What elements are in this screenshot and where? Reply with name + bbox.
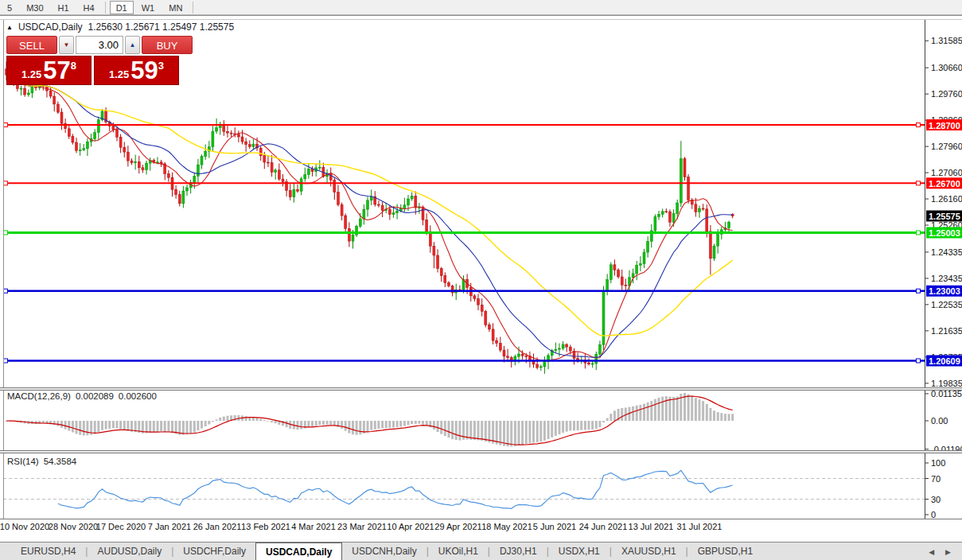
date-axis-label: 10 Apr 2021 — [387, 522, 434, 531]
date-axis-label: 18 May 2021 — [481, 522, 532, 531]
chart-tab-usdx[interactable]: USDX,H1 — [549, 542, 610, 560]
chart-tab-dj30[interactable]: DJ30,H1 — [490, 542, 547, 560]
tab-navigation: ◀▶ — [929, 542, 962, 560]
level-axis-label: 1.28700 — [929, 121, 960, 130]
rsi-axis-label: 70 — [931, 474, 941, 484]
level-endpoint-marker — [4, 123, 8, 127]
toolbar-separator — [105, 2, 106, 14]
sell-button[interactable]: SELL — [6, 36, 57, 54]
timeframe-button-MN[interactable]: MN — [162, 1, 189, 14]
chart-tab-usdcad[interactable]: USDCAD,Daily — [255, 542, 342, 560]
price-axis-label: 1.29760 — [931, 89, 962, 99]
price-axis-label: 1.26160 — [931, 194, 962, 204]
buy-price-main: 59 — [130, 59, 158, 83]
chart-tab-ukoil[interactable]: UKOil,H1 — [429, 542, 488, 560]
chart-symbol-period: USDCAD,Daily — [18, 21, 83, 33]
volume-input[interactable] — [76, 36, 123, 54]
price-axis-label: 1.23435 — [931, 274, 962, 283]
sell-price-display[interactable]: 1.25 57 8 — [6, 56, 92, 85]
level-endpoint-marker — [917, 181, 921, 185]
date-axis-label: 13 Feb 2021 — [241, 522, 290, 531]
timeframe-button-5[interactable]: 5 — [1, 1, 18, 14]
macd-signal-line — [6, 396, 733, 445]
rsi-name: RSI(14) — [7, 457, 39, 466]
one-click-trading-panel: SELL ▼ ▲ BUY 1.25 57 8 1.25 59 3 — [6, 36, 179, 85]
level-endpoint-marker — [4, 359, 8, 363]
date-axis-label: 24 Jun 2021 — [579, 522, 628, 531]
chart-ohlc-values: 1.25630 1.25671 1.25497 1.25575 — [88, 21, 235, 33]
timeframe-button-W1[interactable]: W1 — [135, 1, 162, 14]
chart-tab-audusd[interactable]: AUDUSD,Daily — [88, 542, 171, 560]
volume-decrease-button[interactable]: ▼ — [59, 36, 74, 54]
price-axis-label: 1.19835 — [931, 379, 962, 388]
timeframe-toolbar: 5M30H1H4D1W1MN — [0, 0, 962, 15]
date-axis-label: 17 Dec 2020 — [96, 522, 146, 531]
date-axis-label: 7 Jan 2021 — [148, 522, 191, 531]
level-axis-label: 1.20609 — [929, 356, 960, 366]
macd-signal-value: 0.002600 — [119, 391, 157, 401]
price-axis-label: 1.27960 — [931, 142, 962, 151]
date-axis-label: 31 Jul 2021 — [677, 522, 722, 531]
chart-tab-gbpusd[interactable]: GBPUSD,H1 — [688, 542, 762, 560]
buy-price-pipette: 3 — [158, 60, 164, 72]
price-axis-label: 1.21635 — [931, 326, 962, 336]
level-endpoint-marker — [917, 231, 921, 235]
level-endpoint-marker — [917, 359, 921, 363]
price-axis-label: 1.31585 — [931, 36, 962, 45]
buy-price-prefix: 1.25 — [109, 68, 129, 80]
date-axis-label: 5 Jun 2021 — [533, 522, 576, 531]
timeframe-button-H4[interactable]: H4 — [77, 1, 101, 14]
collapse-arrow-icon[interactable]: ▲ — [6, 24, 13, 31]
price-axis-label: 1.30660 — [931, 63, 962, 72]
timeframe-button-D1[interactable]: D1 — [110, 1, 134, 14]
sell-price-pipette: 8 — [71, 60, 76, 72]
tab-scroll-left-icon[interactable]: ◀ — [929, 548, 934, 556]
chart-tab-eurusd[interactable]: EURUSD,H4 — [11, 542, 85, 560]
sell-price-main: 57 — [43, 59, 70, 83]
price-chart-canvas[interactable]: 1.315851.306601.297601.288601.279601.270… — [0, 16, 962, 560]
macd-histogram — [6, 393, 734, 447]
toolbar-separator — [193, 2, 193, 14]
price-axis-label: 1.24335 — [931, 247, 962, 257]
macd-main-value: 0.002089 — [76, 391, 114, 401]
sell-price-prefix: 1.25 — [21, 68, 41, 80]
chart-title: ▲ USDCAD,Daily 1.25630 1.25671 1.25497 1… — [6, 21, 234, 33]
rsi-value: 54.3584 — [44, 457, 77, 466]
rsi-indicator-label: RSI(14) 54.3584 — [7, 457, 76, 466]
rsi-axis-label: 100 — [931, 458, 945, 468]
rsi-axis-label: 30 — [931, 495, 941, 504]
buy-button[interactable]: BUY — [142, 36, 193, 54]
chart-window: 1.315851.306601.297601.288601.279601.270… — [0, 15, 962, 560]
macd-name: MACD(12,26,9) — [7, 391, 71, 401]
level-endpoint-marker — [4, 231, 8, 235]
ma-mid-line — [6, 75, 733, 357]
ma-slow-line — [6, 75, 733, 336]
price-axis-label: 1.27060 — [931, 168, 962, 177]
date-axis-label: 4 Mar 2021 — [291, 522, 336, 531]
chart-tab-xauusd[interactable]: XAUUSD,H1 — [612, 542, 686, 560]
level-endpoint-marker — [4, 289, 8, 293]
level-axis-label: 1.26700 — [929, 179, 960, 189]
date-axis-label: 13 Jul 2021 — [629, 522, 674, 531]
date-axis-label: 28 Nov 2020 — [49, 522, 98, 531]
macd-indicator-label: MACD(12,26,9) 0.002089 0.002600 — [7, 391, 157, 401]
date-axis-label: 26 Jan 2021 — [193, 522, 242, 531]
level-endpoint-marker — [4, 181, 8, 185]
volume-increase-button[interactable]: ▲ — [125, 36, 140, 54]
rsi-line — [58, 470, 733, 508]
candlesticks — [6, 61, 734, 374]
rsi-axis-label: 0 — [931, 510, 936, 519]
level-axis-label: 1.25003 — [929, 228, 960, 238]
timeframe-button-H1[interactable]: H1 — [52, 1, 76, 14]
price-axis-label: 1.22535 — [931, 300, 962, 309]
buy-price-display[interactable]: 1.25 59 3 — [94, 56, 179, 85]
level-axis-label: 1.23003 — [929, 286, 960, 296]
chart-tab-usdcnh[interactable]: USDCNH,Daily — [342, 542, 426, 560]
date-axis-label: 23 Mar 2021 — [337, 522, 387, 531]
macd-axis-label: 0.00 — [931, 416, 948, 426]
date-axis-label: 29 Apr 2021 — [434, 522, 481, 531]
chart-tab-usdchf[interactable]: USDCHF,Daily — [173, 542, 255, 560]
tab-scroll-right-icon[interactable]: ▶ — [945, 548, 951, 556]
level-endpoint-marker — [917, 289, 921, 293]
timeframe-button-M30[interactable]: M30 — [20, 1, 49, 14]
